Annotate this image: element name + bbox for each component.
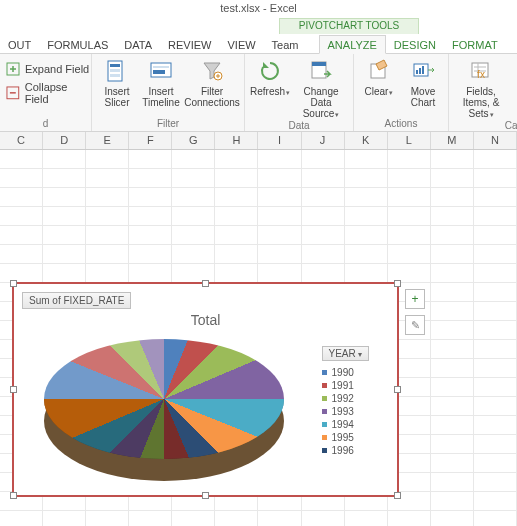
resize-handle[interactable] (202, 492, 209, 499)
cell[interactable] (388, 150, 431, 169)
cell[interactable] (474, 264, 517, 283)
cell[interactable] (474, 492, 517, 511)
cell[interactable] (474, 169, 517, 188)
cell[interactable] (172, 264, 215, 283)
cell[interactable] (215, 188, 258, 207)
column-header[interactable]: C (0, 132, 43, 149)
cell[interactable] (215, 169, 258, 188)
cell[interactable] (129, 207, 172, 226)
chart-elements-button[interactable]: + (405, 289, 425, 309)
cell[interactable] (215, 226, 258, 245)
cell[interactable] (258, 264, 301, 283)
tab-data[interactable]: DATA (116, 36, 160, 53)
cell[interactable] (172, 169, 215, 188)
cell[interactable] (302, 150, 345, 169)
cell[interactable] (86, 169, 129, 188)
cell[interactable] (258, 169, 301, 188)
cell[interactable] (431, 492, 474, 511)
resize-handle[interactable] (394, 280, 401, 287)
cell[interactable] (215, 511, 258, 526)
legend-item[interactable]: 1993 (322, 406, 369, 417)
cell[interactable] (474, 283, 517, 302)
cell[interactable] (258, 207, 301, 226)
pie-chart[interactable] (44, 339, 284, 489)
cell[interactable] (431, 150, 474, 169)
cell[interactable] (129, 226, 172, 245)
cell[interactable] (431, 416, 474, 435)
tab-formulas[interactable]: FORMULAS (39, 36, 116, 53)
move-chart-button[interactable]: Move Chart (401, 56, 445, 108)
cell[interactable] (258, 245, 301, 264)
cell[interactable] (43, 226, 86, 245)
cell[interactable] (43, 169, 86, 188)
cell[interactable] (172, 511, 215, 526)
cell[interactable] (258, 511, 301, 526)
cell[interactable] (431, 169, 474, 188)
column-header[interactable]: G (172, 132, 215, 149)
cell[interactable] (43, 245, 86, 264)
cell[interactable] (388, 226, 431, 245)
tab-design[interactable]: DESIGN (386, 36, 444, 53)
legend-item[interactable]: 1995 (322, 432, 369, 443)
cell[interactable] (86, 264, 129, 283)
legend-year-filter[interactable]: YEAR (322, 346, 369, 361)
cell[interactable] (474, 150, 517, 169)
cell[interactable] (431, 454, 474, 473)
cell[interactable] (215, 207, 258, 226)
cell[interactable] (86, 245, 129, 264)
cell[interactable] (474, 511, 517, 526)
cell[interactable] (172, 226, 215, 245)
resize-handle[interactable] (202, 280, 209, 287)
column-header[interactable]: F (129, 132, 172, 149)
cell[interactable] (302, 511, 345, 526)
cell[interactable] (0, 207, 43, 226)
cell[interactable] (302, 169, 345, 188)
resize-handle[interactable] (394, 386, 401, 393)
cell[interactable] (43, 511, 86, 526)
column-header[interactable]: H (215, 132, 258, 149)
cell[interactable] (345, 169, 388, 188)
cell[interactable] (474, 321, 517, 340)
chart-field-button[interactable]: Sum of FIXED_RATE (22, 292, 131, 309)
cell[interactable] (129, 188, 172, 207)
column-header[interactable]: E (86, 132, 129, 149)
cell[interactable] (86, 511, 129, 526)
cell[interactable] (431, 359, 474, 378)
cell[interactable] (474, 245, 517, 264)
cell[interactable] (474, 454, 517, 473)
cell[interactable] (0, 150, 43, 169)
worksheet[interactable]: CDEFGHIJKLMN Sum of FIXED_RATE Total YEA… (0, 132, 517, 526)
cell[interactable] (345, 188, 388, 207)
cell[interactable] (172, 150, 215, 169)
cell[interactable] (86, 150, 129, 169)
cell[interactable] (0, 169, 43, 188)
cell[interactable] (302, 226, 345, 245)
cell[interactable] (431, 321, 474, 340)
cell[interactable] (431, 397, 474, 416)
cell[interactable] (302, 207, 345, 226)
cell[interactable] (431, 188, 474, 207)
chart-styles-button[interactable]: ✎ (405, 315, 425, 335)
cell[interactable] (345, 226, 388, 245)
cell[interactable] (431, 226, 474, 245)
chart-legend[interactable]: YEAR 1990199119921993199419951996 (322, 346, 369, 458)
cell[interactable] (474, 226, 517, 245)
resize-handle[interactable] (394, 492, 401, 499)
cell[interactable] (431, 340, 474, 359)
cell[interactable] (43, 264, 86, 283)
tab-page-layout[interactable]: OUT (0, 36, 39, 53)
legend-item[interactable]: 1994 (322, 419, 369, 430)
cell[interactable] (431, 283, 474, 302)
cell[interactable] (43, 207, 86, 226)
legend-item[interactable]: 1991 (322, 380, 369, 391)
legend-item[interactable]: 1996 (322, 445, 369, 456)
cell[interactable] (474, 207, 517, 226)
cell[interactable] (0, 226, 43, 245)
olap-tools-button[interactable]: fx OLAP Tools (510, 56, 517, 109)
cell[interactable] (129, 511, 172, 526)
cell[interactable] (86, 226, 129, 245)
cell[interactable] (129, 169, 172, 188)
cell[interactable] (431, 207, 474, 226)
legend-item[interactable]: 1990 (322, 367, 369, 378)
fields-items-sets-button[interactable]: fx Fields, Items, & Sets (452, 56, 510, 120)
